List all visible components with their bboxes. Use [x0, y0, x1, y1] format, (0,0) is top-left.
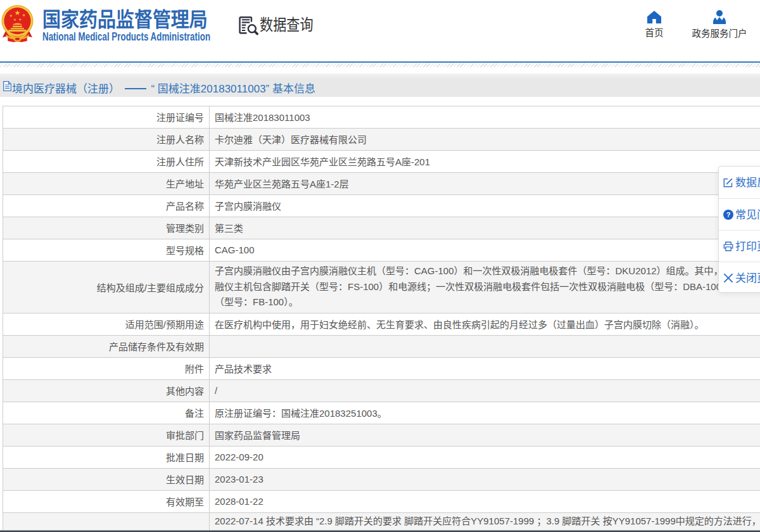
svg-text:?: ? — [726, 211, 731, 218]
